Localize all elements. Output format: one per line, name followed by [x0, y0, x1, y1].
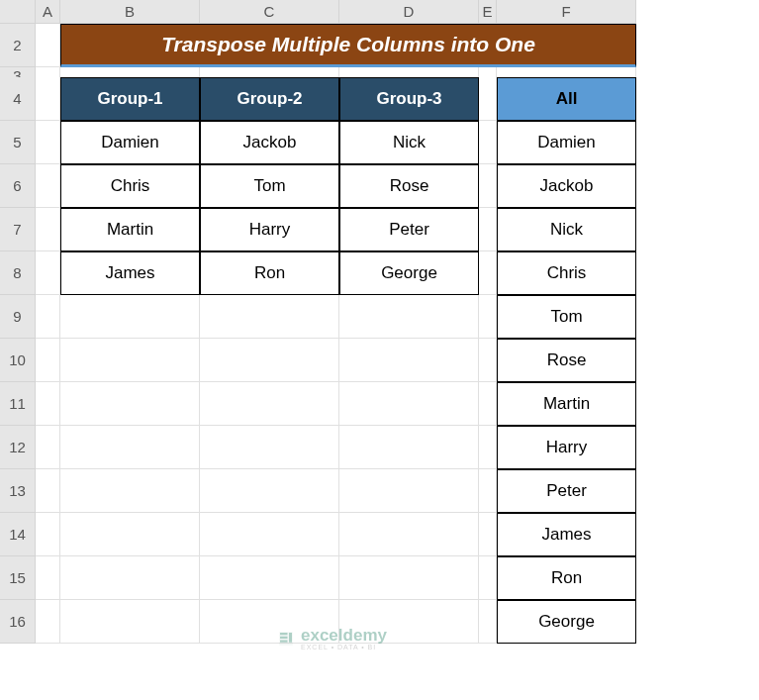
cell-A4[interactable] [36, 77, 60, 121]
cell-D13[interactable] [339, 469, 479, 513]
cell-A11[interactable] [36, 382, 60, 426]
cell-C5[interactable]: Jackob [200, 121, 339, 164]
col-header-D[interactable]: D [339, 0, 479, 24]
cell-D6[interactable]: Rose [339, 164, 479, 208]
cell-B14[interactable] [60, 513, 200, 556]
cell-F12[interactable]: Harry [497, 426, 636, 469]
cell-A6[interactable] [36, 164, 60, 208]
title-cell[interactable]: Transpose Multiple Columns into One [60, 24, 636, 67]
row-header-4[interactable]: 4 [0, 77, 36, 121]
cell-A14[interactable] [36, 513, 60, 556]
row-header-5[interactable]: 5 [0, 121, 36, 164]
cell-A8[interactable] [36, 251, 60, 295]
col-header-C[interactable]: C [200, 0, 339, 24]
cell-F5[interactable]: Damien [497, 121, 636, 164]
cell-A7[interactable] [36, 208, 60, 251]
cell-E7[interactable] [479, 208, 497, 251]
cell-F15[interactable]: Ron [497, 556, 636, 600]
cell-B15[interactable] [60, 556, 200, 600]
cell-D8[interactable]: George [339, 251, 479, 295]
cell-E9[interactable] [479, 295, 497, 339]
cell-D7[interactable]: Peter [339, 208, 479, 251]
cell-B10[interactable] [60, 339, 200, 382]
cell-D12[interactable] [339, 426, 479, 469]
cell-F6[interactable]: Jackob [497, 164, 636, 208]
cell-C6[interactable]: Tom [200, 164, 339, 208]
col-header-F[interactable]: F [497, 0, 636, 24]
cell-F8[interactable]: Chris [497, 251, 636, 295]
cell-D9[interactable] [339, 295, 479, 339]
row-header-10[interactable]: 10 [0, 339, 36, 382]
col-header-E[interactable]: E [479, 0, 497, 24]
cell-E10[interactable] [479, 339, 497, 382]
cell-C13[interactable] [200, 469, 339, 513]
header-group2[interactable]: Group-2 [200, 77, 339, 121]
row-header-11[interactable]: 11 [0, 382, 36, 426]
cell-C8[interactable]: Ron [200, 251, 339, 295]
cell-C11[interactable] [200, 382, 339, 426]
cell-E4[interactable] [479, 77, 497, 121]
cell-C9[interactable] [200, 295, 339, 339]
row-header-7[interactable]: 7 [0, 208, 36, 251]
cell-F9[interactable]: Tom [497, 295, 636, 339]
cell-F16[interactable]: George [497, 600, 636, 644]
row-header-8[interactable]: 8 [0, 251, 36, 295]
row-header-14[interactable]: 14 [0, 513, 36, 556]
cell-A12[interactable] [36, 426, 60, 469]
cell-C10[interactable] [200, 339, 339, 382]
cell-C15[interactable] [200, 556, 339, 600]
cell-D15[interactable] [339, 556, 479, 600]
row-header-6[interactable]: 6 [0, 164, 36, 208]
select-all-corner[interactable] [0, 0, 36, 24]
cell-F14[interactable]: James [497, 513, 636, 556]
cell-E16[interactable] [479, 600, 497, 644]
cell-D14[interactable] [339, 513, 479, 556]
cell-F7[interactable]: Nick [497, 208, 636, 251]
cell-E11[interactable] [479, 382, 497, 426]
cell-A9[interactable] [36, 295, 60, 339]
cell-E5[interactable] [479, 121, 497, 164]
header-group1[interactable]: Group-1 [60, 77, 200, 121]
cell-E6[interactable] [479, 164, 497, 208]
row-header-13[interactable]: 13 [0, 469, 36, 513]
cell-D10[interactable] [339, 339, 479, 382]
cell-E12[interactable] [479, 426, 497, 469]
cell-B12[interactable] [60, 426, 200, 469]
cell-B5[interactable]: Damien [60, 121, 200, 164]
cell-A16[interactable] [36, 600, 60, 644]
cell-E14[interactable] [479, 513, 497, 556]
cell-A2[interactable] [36, 24, 60, 67]
cell-D5[interactable]: Nick [339, 121, 479, 164]
cell-D11[interactable] [339, 382, 479, 426]
cell-B16[interactable] [60, 600, 200, 644]
cell-B11[interactable] [60, 382, 200, 426]
row-header-2[interactable]: 2 [0, 24, 36, 67]
cell-C12[interactable] [200, 426, 339, 469]
row-header-12[interactable]: 12 [0, 426, 36, 469]
cell-F10[interactable]: Rose [497, 339, 636, 382]
col-header-B[interactable]: B [60, 0, 200, 24]
cell-A5[interactable] [36, 121, 60, 164]
cell-B7[interactable]: Martin [60, 208, 200, 251]
cell-B6[interactable]: Chris [60, 164, 200, 208]
cell-B9[interactable] [60, 295, 200, 339]
cell-B8[interactable]: James [60, 251, 200, 295]
cell-C7[interactable]: Harry [200, 208, 339, 251]
row-header-9[interactable]: 9 [0, 295, 36, 339]
cell-E8[interactable] [479, 251, 497, 295]
cell-C14[interactable] [200, 513, 339, 556]
cell-F11[interactable]: Martin [497, 382, 636, 426]
cell-E13[interactable] [479, 469, 497, 513]
cell-E15[interactable] [479, 556, 497, 600]
cell-A13[interactable] [36, 469, 60, 513]
row-header-16[interactable]: 16 [0, 600, 36, 644]
row-header-15[interactable]: 15 [0, 556, 36, 600]
cell-F13[interactable]: Peter [497, 469, 636, 513]
cell-A10[interactable] [36, 339, 60, 382]
cell-B13[interactable] [60, 469, 200, 513]
header-group3[interactable]: Group-3 [339, 77, 479, 121]
col-header-A[interactable]: A [36, 0, 60, 24]
cell-A15[interactable] [36, 556, 60, 600]
header-all[interactable]: All [497, 77, 636, 121]
watermark: exceldemy EXCEL • DATA • BI [277, 626, 387, 650]
